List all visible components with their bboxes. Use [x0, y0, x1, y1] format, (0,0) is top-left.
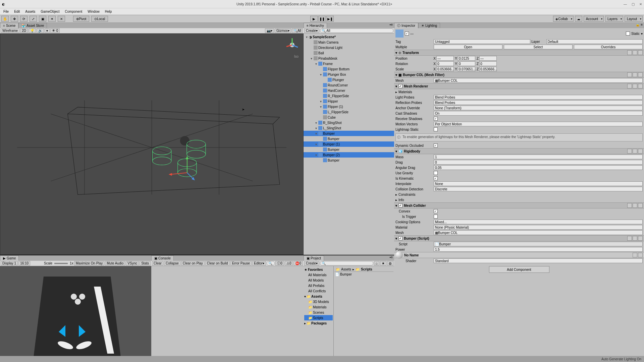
orientation-gizmo[interactable] — [284, 37, 301, 53]
usegravity-checkbox[interactable] — [434, 171, 438, 175]
scale-tool-icon[interactable]: ⤢ — [30, 16, 37, 22]
tab-game[interactable]: ▶ Game — [0, 255, 19, 261]
maximize-icon[interactable]: ▢ — [632, 2, 635, 6]
hierarchy-item[interactable]: ▾ Flipper (1) — [304, 104, 394, 109]
menu-component[interactable]: Component — [63, 9, 85, 14]
console-search[interactable]: 🔍 — [267, 261, 275, 265]
hierarchy-item[interactable]: ▾ L_SlingShot — [304, 125, 394, 131]
prefab-overrides[interactable]: Overrides — [574, 45, 643, 49]
tab-inspector[interactable]: ⓘ Inspector — [394, 23, 418, 28]
vsync-toggle[interactable]: VSync — [126, 261, 139, 265]
hierarchy-item[interactable]: R_FlipperSide — [304, 93, 394, 99]
active-checkbox[interactable]: ✓ — [405, 32, 409, 36]
rot-z[interactable]: 0 — [479, 61, 497, 66]
menu-gameobject[interactable]: GameObject — [39, 9, 61, 14]
cooking-dropdown[interactable]: Mixed... — [434, 220, 643, 224]
hierarchy-item[interactable]: Directional Light — [304, 45, 394, 50]
transform-tool-icon[interactable]: ✦ — [48, 16, 56, 22]
hierarchy-item[interactable]: RoundCorner — [304, 82, 394, 88]
hierarchy-item[interactable]: ▾◑ SampleScene* — [304, 34, 394, 40]
recshadow-checkbox[interactable]: ✓ — [434, 117, 438, 121]
folder-scripts[interactable]: 📁Scripts — [304, 315, 333, 320]
menu-file[interactable]: File — [1, 9, 11, 14]
pivot-toggle[interactable]: ⊕ Pivot — [73, 16, 89, 22]
folder-3dmodels[interactable]: 📁3D Models — [304, 299, 333, 304]
add-component-button[interactable]: Add Component — [489, 266, 549, 273]
scale-x[interactable]: 0.053666... — [436, 67, 454, 71]
folder-materials[interactable]: 📁Materials — [304, 304, 333, 310]
panel-menu-icon[interactable]: ▪≡ — [388, 23, 394, 28]
tab-project[interactable]: ▣ Project — [304, 255, 324, 261]
hierarchy-item[interactable]: ▾ Bumper (2) — [304, 152, 394, 158]
tab-hierarchy[interactable]: ≡ Hierarchy — [304, 23, 327, 28]
warn-count-icon[interactable]: ⚠0 — [285, 261, 293, 265]
toggle-2d[interactable]: 2D — [20, 28, 28, 33]
dynocc-checkbox[interactable]: ✓ — [434, 143, 438, 147]
prefab-open[interactable]: Open — [434, 45, 502, 49]
hierarchy-item[interactable]: ▾ Flipper — [304, 99, 394, 104]
camera-icon[interactable]: 📷▾ — [265, 28, 274, 33]
rot-x[interactable]: 0 — [436, 61, 454, 66]
console-clear[interactable]: Clear — [152, 261, 163, 265]
gear-icon[interactable] — [638, 50, 643, 55]
move-tool-icon[interactable]: ✥ — [11, 16, 18, 22]
breadcrumb[interactable]: 📁Assets ▸ 📁Scripts — [334, 267, 393, 272]
error-count-icon[interactable]: ⛔0 — [293, 261, 303, 265]
hierarchy-item[interactable]: Cube — [304, 115, 394, 120]
hidden-count[interactable]: 👁 0 — [50, 28, 60, 33]
angdrag-field[interactable]: 0.05 — [434, 165, 643, 170]
scene-search[interactable]: 🔍 All — [292, 28, 303, 33]
pos-z[interactable]: — — [479, 56, 497, 61]
mass-field[interactable]: 1 — [434, 155, 643, 159]
iskinematic-checkbox[interactable]: ✓ — [434, 176, 438, 180]
console-editor[interactable]: Editor ▾ — [252, 261, 266, 265]
physmat-field[interactable]: None (Physic Material) — [434, 225, 643, 230]
hierarchy-create[interactable]: Create ▾ — [304, 28, 319, 33]
hierarchy-item[interactable]: Flipper Bottom — [304, 66, 394, 72]
reflprobes-dropdown[interactable]: Blend Probes — [434, 100, 643, 105]
aspect-dropdown[interactable]: 16:10 — [18, 261, 30, 265]
account-dropdown[interactable]: Account — [584, 16, 604, 22]
display-dropdown[interactable]: Display 1 — [1, 261, 18, 265]
hierarchy-item[interactable]: ▾ R_SlingShot — [304, 120, 394, 125]
rect-tool-icon[interactable]: ▣ — [39, 16, 46, 22]
meshrenderer-header[interactable]: ▾ ✓ Mesh Renderer — [394, 83, 644, 89]
hierarchy-item[interactable]: ▾ Frame — [304, 61, 394, 66]
shader-dropdown[interactable]: Standard — [434, 258, 643, 263]
pause-button[interactable]: ❚❚ — [318, 16, 326, 22]
console-error-pause[interactable]: Error Pause — [230, 261, 252, 265]
drag-field[interactable]: 0 — [434, 160, 643, 165]
scale-y[interactable]: 0.070651... — [458, 67, 475, 71]
hierarchy-item[interactable]: ▾ Bumper (1) — [304, 141, 394, 147]
interpolate-dropdown[interactable]: None — [434, 181, 643, 186]
close-icon[interactable]: ✕ — [639, 2, 642, 6]
castshadows-dropdown[interactable]: On — [434, 111, 643, 116]
hierarchy-item[interactable]: Ball — [304, 50, 394, 56]
project-create[interactable]: Create ▾ — [304, 261, 319, 265]
pos-y[interactable]: 0.0125 — [458, 56, 475, 61]
hierarchy-item[interactable]: ▾ Pinaballdesk — [304, 56, 394, 61]
rotate-tool-icon[interactable]: ⟳ — [20, 16, 28, 22]
layers-dropdown[interactable]: Layers — [605, 16, 623, 22]
collab-dropdown[interactable]: ◈ Collab — [553, 16, 573, 22]
collisiondet-dropdown[interactable]: Discrete — [434, 187, 643, 191]
lightmapstatic-checkbox[interactable] — [434, 127, 438, 131]
folder-scenes[interactable]: 📁Scenes — [304, 310, 333, 315]
scale-z[interactable]: 0.053666... — [479, 67, 497, 71]
help-icon[interactable] — [627, 50, 632, 55]
collider-mesh-field[interactable]: ▦ Bumper COL — [434, 230, 643, 235]
istrigger-checkbox[interactable] — [434, 215, 438, 219]
hierarchy-item[interactable]: Bumper — [304, 158, 394, 163]
mesh-field[interactable]: ▦ Bumper COL — [434, 78, 643, 83]
hierarchy-search[interactable]: 🔍 All — [320, 28, 393, 33]
tab-scene[interactable]: ⌗Scene — [0, 23, 18, 28]
script-field[interactable]: 📄 Bumper — [434, 242, 643, 246]
play-button[interactable]: ▶ — [310, 16, 318, 22]
menu-help[interactable]: Help — [103, 9, 114, 14]
console-clear-build[interactable]: Clear on Build — [205, 261, 230, 265]
project-folders[interactable]: ★Favorites All Materials All Models All … — [304, 266, 334, 362]
static-checkbox[interactable] — [626, 32, 630, 36]
hierarchy-item[interactable]: ▾ Bumper — [304, 131, 394, 136]
pos-x[interactable]: — — [436, 56, 454, 61]
scale-slider[interactable] — [54, 263, 68, 264]
